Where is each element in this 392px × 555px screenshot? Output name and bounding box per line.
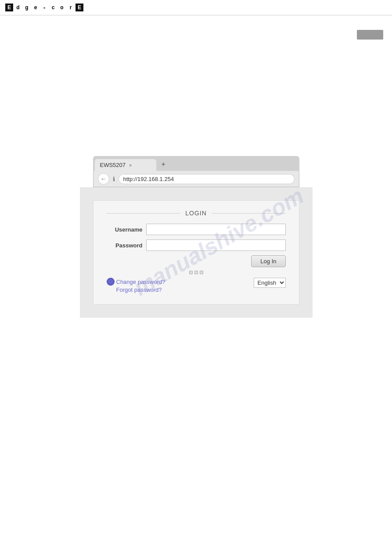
- main-content: EWS5207 × + ← ℹ http://192.168.1.254 LOG…: [0, 15, 392, 318]
- password-input[interactable]: [146, 239, 286, 251]
- language-selector-wrapper: English 中文: [254, 278, 286, 288]
- language-select[interactable]: English 中文: [254, 278, 286, 288]
- forgot-password-link[interactable]: Forgot password?: [116, 287, 165, 293]
- logo-char-d: d: [14, 4, 22, 11]
- login-footer: Change password? Forgot password? Englis…: [107, 278, 286, 293]
- login-button[interactable]: Log In: [251, 255, 285, 267]
- divider-dot-1: [189, 271, 193, 274]
- tab-title: EWS5207: [100, 162, 126, 168]
- divider-row: [107, 271, 286, 274]
- login-links: Change password? Forgot password?: [107, 278, 165, 293]
- username-row: Username: [107, 224, 286, 235]
- title-line-right: [212, 213, 286, 214]
- change-password-link[interactable]: Change password?: [116, 279, 165, 285]
- logo-char-e1: E: [5, 4, 13, 11]
- logo-char-e2: e: [32, 4, 40, 11]
- divider-dot-3: [200, 271, 203, 274]
- password-row: Password: [107, 239, 286, 251]
- globe-icon: [107, 278, 115, 286]
- header: E d g e - c o r E: [0, 0, 392, 15]
- logo-char-r: r: [67, 4, 75, 11]
- browser-tab-active[interactable]: EWS5207 ×: [95, 159, 156, 171]
- tab-close-icon[interactable]: ×: [129, 163, 132, 168]
- logo-char-g: g: [23, 4, 31, 11]
- logo: E d g e - c o r E: [5, 4, 83, 11]
- login-title-row: LOGIN: [107, 210, 286, 217]
- browser-chrome: EWS5207 × + ← ℹ http://192.168.1.254: [93, 156, 299, 187]
- logo-char-c: c: [49, 4, 57, 11]
- top-right-button[interactable]: [357, 30, 383, 40]
- login-btn-row: Log In: [107, 255, 286, 267]
- login-form: Username Password Log In: [107, 224, 286, 293]
- browser-tabs: EWS5207 × +: [93, 156, 299, 171]
- username-input[interactable]: [146, 224, 286, 235]
- login-title: LOGIN: [180, 210, 212, 217]
- new-tab-button[interactable]: +: [157, 158, 170, 171]
- login-page-container: LOGIN Username Password Log In: [80, 187, 313, 318]
- logo-char-dash1: -: [40, 4, 48, 11]
- info-icon: ℹ: [113, 176, 115, 182]
- browser-address-bar: ← ℹ http://192.168.1.254: [93, 171, 299, 187]
- title-line-left: [107, 213, 180, 214]
- logo-char-e3: E: [76, 4, 83, 11]
- back-button[interactable]: ←: [98, 173, 109, 185]
- url-bar[interactable]: http://192.168.1.254: [119, 174, 295, 184]
- login-box: LOGIN Username Password Log In: [93, 200, 299, 305]
- divider-dot-2: [194, 271, 198, 274]
- password-label: Password: [107, 242, 146, 249]
- logo-char-o: o: [58, 4, 66, 11]
- username-label: Username: [107, 226, 146, 233]
